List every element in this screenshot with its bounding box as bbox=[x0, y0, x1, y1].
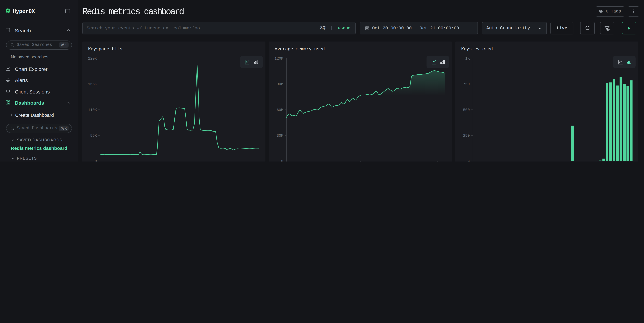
svg-text:0: 0 bbox=[94, 159, 97, 161]
svg-text:90M: 90M bbox=[276, 82, 283, 86]
svg-text:250: 250 bbox=[463, 134, 470, 138]
svg-text:30M: 30M bbox=[276, 134, 283, 138]
svg-text:55K: 55K bbox=[90, 134, 97, 138]
svg-text:500: 500 bbox=[463, 108, 470, 112]
svg-text:0: 0 bbox=[468, 159, 470, 161]
svg-text:120M: 120M bbox=[274, 56, 283, 61]
svg-text:110K: 110K bbox=[88, 108, 97, 112]
svg-text:750: 750 bbox=[463, 82, 470, 86]
svg-text:0: 0 bbox=[281, 159, 283, 161]
svg-text:220K: 220K bbox=[88, 56, 97, 61]
svg-text:165K: 165K bbox=[88, 82, 97, 86]
svg-text:1K: 1K bbox=[465, 56, 470, 61]
svg-text:60M: 60M bbox=[276, 108, 283, 112]
